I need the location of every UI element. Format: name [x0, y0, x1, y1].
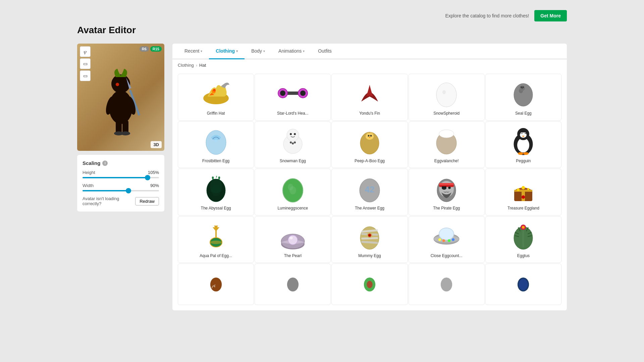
tabs-bar: Recent ▾ Clothing ▾ Body ▾ Animations ▾ …: [172, 44, 567, 59]
item-card-peep-a-boo[interactable]: Peep-A-Boo Egg: [331, 121, 408, 168]
body-chevron: ▾: [263, 49, 265, 53]
svg-point-8: [121, 131, 130, 135]
recent-chevron: ▾: [201, 49, 202, 53]
left-panel: 𝜓 ▭ ▭ R6 R15: [77, 44, 164, 212]
r15-badge[interactable]: R15: [150, 46, 162, 52]
svg-point-76: [522, 195, 525, 199]
item-image-snowspheroid: [431, 78, 462, 108]
svg-point-39: [368, 135, 369, 136]
item-card-close-eggcount[interactable]: Close Eggcount...: [409, 216, 485, 263]
height-slider-row: Height 105%: [83, 170, 159, 178]
height-slider[interactable]: [83, 177, 159, 178]
height-slider-thumb[interactable]: [145, 175, 150, 180]
item-card-frostbitten[interactable]: Frostbitten Egg: [178, 121, 254, 168]
item-card-seal-egg[interactable]: Seal Egg: [485, 74, 561, 121]
item-name-pegguin: Pegguin: [516, 159, 531, 164]
width-slider-thumb[interactable]: [126, 188, 131, 193]
get-more-button[interactable]: Get More: [534, 10, 567, 21]
breadcrumb-parent[interactable]: Clothing: [178, 63, 194, 68]
svg-point-117: [367, 281, 372, 288]
redraw-button[interactable]: Redraw: [135, 197, 159, 205]
item-card-pirate-egg[interactable]: The Pirate Egg: [409, 169, 485, 216]
item-card-answer-egg[interactable]: 42 The Answer Egg: [331, 169, 408, 216]
svg-point-31: [287, 129, 299, 141]
svg-point-26: [521, 86, 522, 88]
redraw-row: Avatar isn't loading correctly? Redraw: [83, 196, 159, 206]
item-name-pirate-egg: The Pirate Egg: [433, 206, 460, 211]
item-card-pegguin[interactable]: Pegguin: [485, 121, 561, 168]
item-image-starlord: [278, 78, 308, 108]
svg-point-54: [211, 184, 221, 196]
item-card-snowman[interactable]: Snowman Egg: [255, 121, 331, 168]
svg-point-86: [289, 237, 293, 239]
item-card-snowspheroid[interactable]: SnowSpheroid: [409, 74, 485, 121]
item-card-partial-1[interactable]: [178, 263, 254, 305]
item-name-abyssal: The Abyssal Egg: [201, 206, 231, 211]
item-image-abyssal: [201, 173, 231, 203]
animations-chevron: ▾: [303, 49, 305, 53]
item-image-partial-4: [431, 268, 462, 298]
avatar-controls: 𝜓 ▭ ▭: [80, 46, 91, 81]
item-image-seal-egg: [508, 78, 538, 108]
avatar-badges: R6 R15: [140, 46, 162, 52]
tab-recent[interactable]: Recent ▾: [178, 44, 209, 59]
svg-text:42: 42: [365, 184, 375, 194]
tab-animations[interactable]: Animations ▾: [272, 44, 311, 59]
tab-body[interactable]: Body ▾: [245, 44, 272, 59]
item-card-yondu[interactable]: Yondu's Fin: [331, 74, 408, 121]
svg-point-95: [369, 235, 370, 236]
avatar-figure: [97, 57, 144, 137]
svg-point-1: [111, 74, 130, 93]
item-card-the-pearl[interactable]: The Pearl: [255, 216, 331, 263]
svg-point-112: [522, 226, 525, 229]
item-name-treasure-eggland: Treasure Eggland: [507, 206, 539, 211]
item-card-partial-4[interactable]: [409, 263, 485, 305]
item-card-starlord[interactable]: Star-Lord's Hea...: [255, 74, 331, 121]
svg-point-74: [527, 188, 529, 190]
item-name-frostbitten: Frostbitten Egg: [202, 159, 229, 164]
item-image-partial-2: [278, 268, 308, 298]
svg-point-118: [441, 278, 452, 292]
scaling-section: Scaling i Height 105% Width: [77, 155, 164, 212]
avatar-control-body[interactable]: ▭: [80, 58, 91, 69]
item-card-eggtus[interactable]: Eggtus: [485, 216, 561, 263]
item-name-lumineggscence: Lumineggscence: [277, 206, 308, 211]
item-card-partial-3[interactable]: [331, 263, 408, 305]
svg-rect-66: [442, 186, 446, 187]
svg-point-102: [448, 239, 450, 242]
item-name-eggtus: Eggtus: [517, 253, 530, 259]
width-slider[interactable]: [83, 190, 159, 191]
item-image-aqua-pal: [201, 221, 231, 251]
item-card-aqua-pal[interactable]: Aqua Pal of Egg...: [178, 216, 254, 263]
item-card-griffin-hat[interactable]: Griffin Hat: [178, 74, 254, 121]
r6-badge[interactable]: R6: [140, 46, 149, 52]
item-image-the-pearl: [278, 221, 308, 251]
width-slider-fill: [83, 190, 128, 191]
item-image-answer-egg: 42: [355, 173, 385, 203]
3d-label[interactable]: 3D: [151, 141, 162, 148]
avatar-control-hair[interactable]: 𝜓: [80, 46, 91, 57]
svg-point-75: [522, 186, 525, 189]
svg-point-28: [206, 130, 226, 155]
item-card-treasure-eggland[interactable]: Treasure Eggland: [485, 169, 561, 216]
item-card-partial-2[interactable]: [255, 263, 331, 305]
avatar-control-legs[interactable]: ▭: [80, 70, 91, 81]
item-name-the-pearl: The Pearl: [284, 253, 302, 259]
item-card-eggvalanche[interactable]: Eggvalanche!: [409, 121, 485, 168]
svg-rect-72: [522, 193, 524, 195]
height-slider-fill: [83, 177, 148, 178]
tab-outfits[interactable]: Outfits: [311, 44, 338, 59]
explore-text: Explore the catalog to find more clothes…: [445, 13, 529, 18]
item-card-lumineggscence[interactable]: Lumineggscence: [255, 169, 331, 216]
svg-point-29: [215, 139, 217, 142]
breadcrumb: Clothing › Hat: [172, 59, 567, 71]
item-card-abyssal[interactable]: The Abyssal Egg: [178, 169, 254, 216]
avatar-preview: 𝜓 ▭ ▭ R6 R15: [77, 44, 164, 151]
item-card-partial-5[interactable]: [485, 263, 561, 305]
item-card-mummy-egg[interactable]: Mummy Egg: [331, 216, 408, 263]
svg-point-17: [280, 90, 285, 96]
svg-point-52: [523, 152, 529, 155]
scaling-info-icon[interactable]: i: [102, 161, 108, 166]
tab-clothing[interactable]: Clothing ▾: [209, 44, 245, 59]
svg-point-38: [366, 133, 374, 140]
